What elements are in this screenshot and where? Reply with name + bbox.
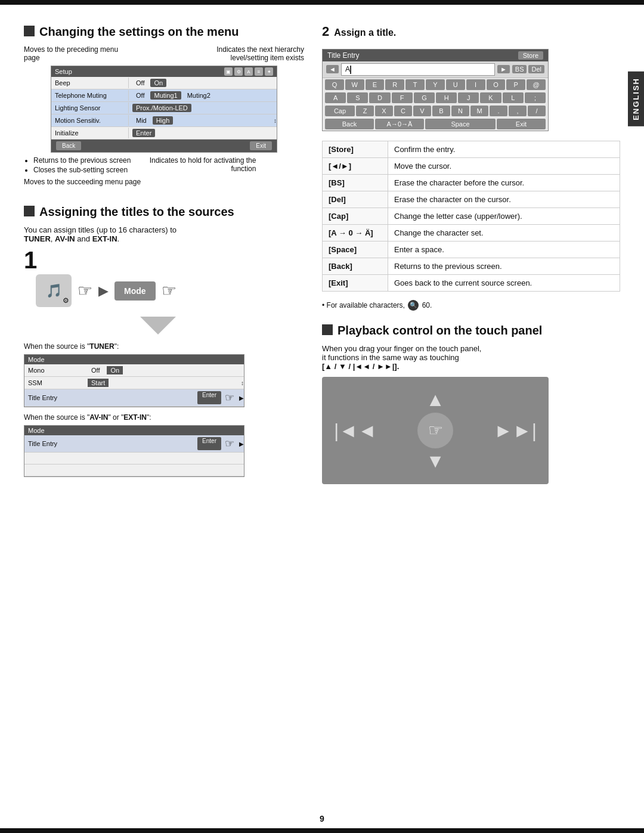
key-semicolon[interactable]: ; bbox=[525, 92, 546, 103]
key-space[interactable]: Space bbox=[425, 119, 496, 129]
key-i[interactable]: I bbox=[466, 79, 485, 90]
te-nav-left[interactable]: ◄ bbox=[326, 65, 339, 73]
key-r[interactable]: R bbox=[385, 79, 404, 90]
ssm-start: Start bbox=[88, 379, 109, 387]
main-content: Changing the settings on the menu Moves … bbox=[24, 24, 620, 489]
key-period[interactable]: . bbox=[490, 106, 507, 116]
key-q[interactable]: Q bbox=[325, 79, 344, 90]
menu-section: Changing the settings on the menu Moves … bbox=[24, 24, 304, 186]
key-exit[interactable]: Exit bbox=[497, 119, 546, 129]
key-t[interactable]: T bbox=[405, 79, 425, 90]
key-table: [Store] Confirm the entry. [◄/►] Move th… bbox=[322, 141, 620, 292]
arrow-right-icon: ▶ bbox=[98, 283, 109, 299]
key-f[interactable]: F bbox=[392, 92, 413, 103]
key-d[interactable]: D bbox=[369, 92, 390, 103]
setup-row-lighting: Lighting Sensor Prox./Motion-LED bbox=[51, 102, 277, 114]
key-desc-charset: Change the character set. bbox=[388, 224, 620, 241]
key-at[interactable]: @ bbox=[527, 79, 546, 90]
menu-annotations: Moves to the preceding menu page Indicat… bbox=[24, 45, 304, 62]
key-h[interactable]: H bbox=[436, 92, 457, 103]
te-bs-del: BS Del bbox=[512, 65, 544, 73]
key-comma[interactable]: , bbox=[509, 106, 527, 116]
setup-title: Setup bbox=[55, 68, 72, 75]
annotation-hold: Indicates to hold for activating the fun… bbox=[150, 156, 256, 173]
annotation-preceding-page: Moves to the preceding menu page bbox=[24, 45, 119, 62]
assign-section-icon bbox=[24, 206, 35, 216]
pb-left-arrow: |◄◄ bbox=[334, 419, 377, 441]
motion-mid: Mid bbox=[132, 116, 150, 125]
mode-label-title-entry-avin: Title Entry bbox=[24, 438, 84, 449]
key-back[interactable]: Back bbox=[325, 119, 374, 129]
key-row-exit: [Exit] Goes back to the current source s… bbox=[323, 274, 620, 291]
avin-text: AV-IN bbox=[55, 234, 75, 243]
te-store-btn[interactable]: Store bbox=[518, 51, 543, 60]
assign-section: Assigning the titles to the sources You … bbox=[24, 204, 304, 477]
key-w[interactable]: W bbox=[345, 79, 364, 90]
te-nav-right[interactable]: ► bbox=[497, 65, 510, 73]
key-label-exit: [Exit] bbox=[323, 274, 388, 291]
key-c[interactable]: C bbox=[394, 106, 412, 116]
mode-button[interactable]: Mode bbox=[114, 281, 156, 301]
menu-section-icon bbox=[24, 26, 35, 36]
english-tab: ENGLISH bbox=[628, 72, 644, 126]
setup-back-btn[interactable]: Back bbox=[56, 141, 81, 150]
setup-row-telephone: Telephone Muting Off Muting1 Muting2 bbox=[51, 89, 277, 102]
key-g[interactable]: G bbox=[414, 92, 435, 103]
mode-val-title-entry: Enter ☞ bbox=[84, 389, 238, 406]
mode-screen-tuner: Mode Mono Off On SSM Start ↕ bbox=[24, 354, 244, 407]
key-a[interactable]: A bbox=[325, 92, 346, 103]
te-bs-btn[interactable]: BS bbox=[512, 65, 527, 73]
key-j[interactable]: J bbox=[458, 92, 479, 103]
key-desc-store: Confirm the entry. bbox=[388, 141, 620, 157]
key-row-charset: [A → 0 → Ä] Change the character set. bbox=[323, 224, 620, 241]
menu-bottom-annotation: Returns to the previous screen Closes th… bbox=[24, 156, 304, 175]
key-slash[interactable]: / bbox=[528, 106, 546, 116]
key-u[interactable]: U bbox=[446, 79, 465, 90]
setup-icon-3: A bbox=[244, 67, 253, 76]
key-k[interactable]: K bbox=[480, 92, 501, 103]
ssm-arrow: ↕ bbox=[241, 380, 244, 386]
key-x[interactable]: X bbox=[375, 106, 393, 116]
title-entry-chevron: ▶ bbox=[239, 395, 244, 401]
title-entry-screen: Title Entry Store ◄ A ► BS Del Q bbox=[322, 49, 549, 131]
mode-screen-avin: Mode Title Entry Enter ☞ ▶ bbox=[24, 425, 244, 477]
annotation-succeeding: Moves to the succeeding menu page bbox=[24, 178, 304, 186]
key-s[interactable]: S bbox=[347, 92, 368, 103]
te-kbd-row-2: A S D F G H J K L ; bbox=[323, 91, 548, 104]
finger-enter-avin-icon: ☞ bbox=[225, 437, 234, 450]
key-e[interactable]: E bbox=[366, 79, 385, 90]
setup-icon-5: ✦ bbox=[265, 67, 273, 76]
assign-section-title: Assigning the titles to the sources bbox=[39, 204, 234, 219]
section-title-playback: Playback control on the touch panel bbox=[322, 323, 620, 338]
step2-label: Assign a title. bbox=[334, 27, 396, 38]
title-entry-label: Title Entry bbox=[327, 51, 360, 60]
key-cap[interactable]: Cap bbox=[325, 106, 355, 116]
key-o[interactable]: O bbox=[487, 79, 506, 90]
key-desc-back: Returns to the previous screen. bbox=[388, 258, 620, 274]
key-b[interactable]: B bbox=[432, 106, 450, 116]
te-del-btn[interactable]: Del bbox=[528, 65, 544, 73]
setup-exit-btn[interactable]: Exit bbox=[250, 141, 272, 150]
key-l[interactable]: L bbox=[503, 92, 524, 103]
key-desc-bs: Erase the character before the cursor. bbox=[388, 174, 620, 191]
key-label-del: [Del] bbox=[323, 191, 388, 208]
music-icon: 🎵 bbox=[46, 283, 62, 299]
te-input-field[interactable]: A bbox=[341, 63, 495, 76]
key-z[interactable]: Z bbox=[356, 106, 374, 116]
key-m[interactable]: M bbox=[470, 106, 488, 116]
setup-values-lighting: Prox./Motion-LED bbox=[129, 102, 277, 114]
key-charset[interactable]: A→0→Ä bbox=[375, 119, 424, 129]
key-p[interactable]: P bbox=[506, 79, 525, 90]
key-v[interactable]: V bbox=[413, 106, 431, 116]
key-y[interactable]: Y bbox=[426, 79, 445, 90]
key-n[interactable]: N bbox=[451, 106, 469, 116]
playback-section-title: Playback control on the touch panel bbox=[338, 323, 542, 338]
setup-screen: Setup ▣ ⚙ A ≡ ✦ Beep Off On bbox=[51, 66, 277, 153]
title-entry-enter-avin[interactable]: Enter bbox=[197, 437, 221, 450]
key-row-bs: [BS] Erase the character before the curs… bbox=[323, 174, 620, 191]
extin-text: EXT-IN bbox=[92, 234, 117, 243]
setup-row-beep: Beep Off On bbox=[51, 77, 277, 89]
bullet-list: Returns to the previous screen Closes th… bbox=[33, 156, 131, 174]
title-entry-enter[interactable]: Enter bbox=[197, 391, 221, 404]
key-desc-exit: Goes back to the current source screen. bbox=[388, 274, 620, 291]
